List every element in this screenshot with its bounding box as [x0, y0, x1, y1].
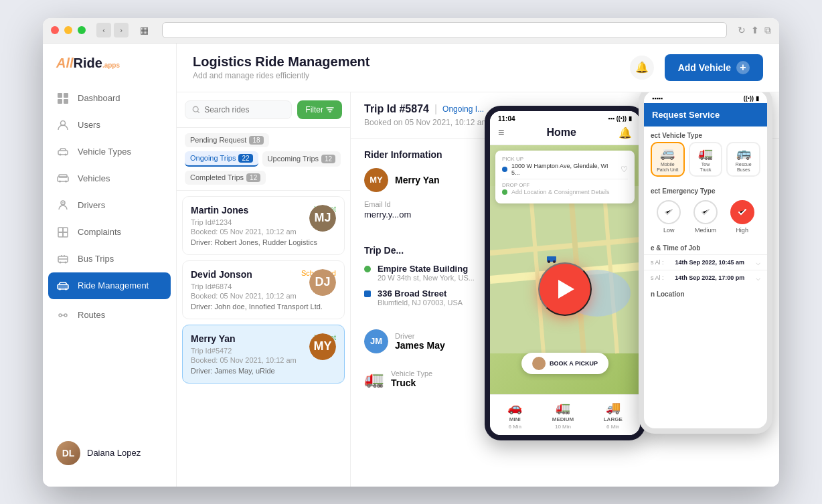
- mac-tabs-btn[interactable]: ⧉: [764, 25, 771, 36]
- sidebar-user[interactable]: DL Daiana Lopez: [43, 430, 176, 476]
- tab-completed[interactable]: Completed Trips 12: [185, 171, 266, 185]
- main-header: Logistics Ride Management Add and manage…: [177, 44, 779, 92]
- play-triangle-icon: [558, 280, 574, 299]
- rider-avatar: MY: [309, 333, 336, 360]
- trip-header: Trip Id #5874 | Ongoing I... Booked on 0…: [351, 92, 779, 139]
- mac-refresh-btn[interactable]: ↻: [738, 25, 746, 36]
- driver-row: JM Driver James May: [351, 321, 779, 361]
- routes-icon: [56, 309, 70, 322]
- checkmark-icon: [700, 207, 711, 218]
- add-vehicle-plus-icon: +: [736, 61, 750, 74]
- vehicle-pill-large[interactable]: 🚚 LARGE 6 Min: [604, 400, 623, 430]
- rider-detail-name: Merry Yan: [395, 175, 440, 185]
- email-label: Email Id: [364, 200, 538, 208]
- mac-sidebar-toggle[interactable]: ▦: [137, 23, 151, 37]
- routes-label: Routes: [78, 310, 105, 320]
- rescue-buses-icon: 🚌: [736, 146, 751, 161]
- rider-info-row: MY Merry Yan: [364, 168, 538, 192]
- rider-avatar: MJ: [309, 205, 336, 232]
- vehicles-icon: [56, 172, 70, 185]
- svg-rect-11: [59, 175, 67, 177]
- ride-card[interactable]: Martin Jones Instant Trip Id#1234 Booked…: [182, 196, 345, 255]
- search-input-wrap[interactable]: [185, 100, 292, 119]
- mac-window-body: AllRide.apps Dashboard: [43, 44, 779, 487]
- mac-share-btn[interactable]: ⬆: [751, 25, 759, 36]
- search-input[interactable]: [204, 105, 284, 114]
- medium-label: MEDIUM: [552, 416, 574, 422]
- user-avatar: DL: [56, 441, 80, 465]
- sidebar-item-drivers[interactable]: Drivers: [43, 192, 176, 219]
- ride-tabs: Pending Request 18 Ongoing Trips 22 Upco…: [177, 128, 350, 191]
- trip-detail-panel: Trip Id #5874 | Ongoing I... Booked on 0…: [351, 92, 779, 487]
- mac-close-btn[interactable]: [51, 26, 59, 34]
- sidebar-item-complaints[interactable]: Complaints: [43, 219, 176, 246]
- svg-point-22: [59, 288, 61, 290]
- mac-forward-btn[interactable]: ›: [114, 23, 129, 37]
- tow-truck-label: TowTruck: [700, 162, 711, 172]
- svg-point-23: [65, 288, 67, 290]
- etype-low-label: Low: [663, 227, 675, 234]
- vehicle-pill-mini[interactable]: 🚗 MINI 6 Min: [507, 400, 522, 430]
- dest-to-details: 336 Broad Street Blumfield, NJ 07003, US…: [378, 288, 463, 307]
- play-overlay: [538, 262, 592, 316]
- etype-high[interactable]: High: [730, 200, 754, 234]
- sidebar-item-vehicles[interactable]: Vehicles: [43, 165, 176, 192]
- svg-point-7: [65, 153, 67, 155]
- sidebar-item-routes[interactable]: Routes: [43, 302, 176, 329]
- mac-window: ‹ › ▦ ↻ ⬆ ⧉ AllRide.apps: [43, 18, 779, 487]
- trip-status: Ongoing I...: [442, 104, 484, 114]
- rider-avatar: DJ: [309, 269, 336, 296]
- rider-name: Devid Jonson: [191, 269, 252, 280]
- etype-low[interactable]: Low: [657, 200, 681, 234]
- rider-info-title: Rider Information: [364, 149, 538, 160]
- svg-rect-17: [63, 232, 68, 237]
- sidebar-item-label: Drivers: [78, 200, 105, 210]
- mac-back-btn[interactable]: ‹: [96, 23, 111, 37]
- app-logo: AllRide.apps: [43, 54, 176, 85]
- ride-card[interactable]: Merry Yan Instant Trip Id#5472 Booked: 0…: [182, 325, 345, 384]
- mini-label: MINI: [509, 416, 521, 422]
- tab-ongoing-count: 22: [238, 154, 252, 163]
- sidebar-item-bus-trips[interactable]: Bus Trips: [43, 246, 176, 272]
- svg-rect-1: [64, 93, 68, 98]
- search-bar: Filter: [177, 92, 350, 128]
- svg-point-9: [59, 180, 61, 182]
- tow-truck-icon: 🚛: [698, 146, 713, 161]
- etype-high-circle: [730, 200, 754, 224]
- sidebar-item-dashboard[interactable]: Dashboard: [43, 85, 176, 112]
- tab-ongoing-label: Ongoing Trips: [190, 154, 236, 162]
- sidebar-item-users[interactable]: Users: [43, 112, 176, 139]
- sidebar-item-ride-management[interactable]: Ride Management: [48, 272, 171, 299]
- tab-pending[interactable]: Pending Request 18: [185, 133, 269, 147]
- email-value: merry.y...om: [364, 209, 538, 220]
- svg-point-24: [59, 314, 62, 317]
- sidebar-item-vehicle-types[interactable]: Vehicle Types: [43, 139, 176, 165]
- rider-name: Martin Jones: [191, 205, 248, 216]
- tab-ongoing[interactable]: Ongoing Trips 22: [185, 151, 258, 167]
- vtype-tow-truck[interactable]: 🚛 TowTruck: [689, 142, 723, 177]
- checkmark-icon: [663, 207, 674, 218]
- mac-titlebar: ‹ › ▦ ↻ ⬆ ⧉: [43, 18, 779, 44]
- play-button[interactable]: [538, 262, 592, 316]
- dest-to-address: Blumfield, NJ 07003, USA: [378, 299, 463, 307]
- etype-medium[interactable]: Medium: [693, 200, 718, 234]
- mac-addressbar[interactable]: [162, 22, 727, 38]
- sidebar-item-label: Users: [78, 120, 100, 130]
- dest-from-dot: [364, 266, 371, 272]
- add-vehicle-button[interactable]: Add Vehicle +: [665, 54, 763, 81]
- notification-bell-button[interactable]: 🔔: [630, 56, 654, 80]
- vehicle-pill-medium[interactable]: 🚛 MEDIUM 10 Min: [552, 400, 574, 430]
- vtype-rescue-buses[interactable]: 🚌 RescueBuses: [726, 142, 760, 177]
- mac-minimize-btn[interactable]: [64, 26, 72, 34]
- filter-button[interactable]: Filter: [297, 100, 342, 119]
- ride-card[interactable]: Devid Jonson Scheduled Trip Id#6874 Book…: [182, 260, 345, 319]
- rider-detail-avatar: MY: [364, 168, 388, 192]
- rider-name: Merry Yan: [191, 333, 236, 344]
- content-area: Filter Pending Request 18: [177, 92, 779, 487]
- sidebar-item-label: Dashboard: [78, 93, 120, 103]
- user-name: Daiana Lopez: [87, 448, 141, 458]
- vtype-mobile-unit[interactable]: 🚐 MobilePatch Unit: [651, 142, 685, 177]
- mac-maximize-btn[interactable]: [78, 26, 86, 34]
- etype-medium-circle: [693, 200, 718, 224]
- tab-upcoming[interactable]: Upcoming Trips 12: [262, 151, 341, 167]
